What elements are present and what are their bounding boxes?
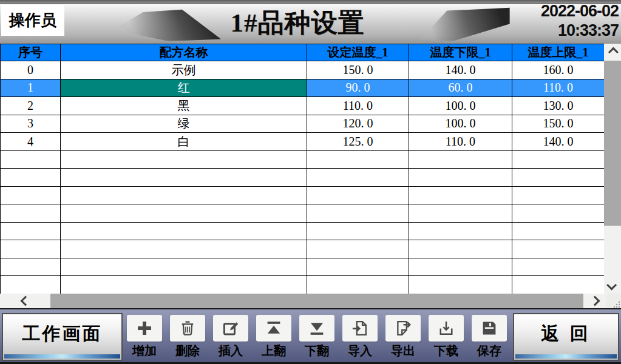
- work-screen-button[interactable]: 工作画面: [2, 313, 123, 361]
- cell-set-temp[interactable]: 90. 0: [307, 79, 409, 97]
- empty-cell[interactable]: [1, 276, 61, 294]
- empty-cell[interactable]: [307, 204, 409, 223]
- table-row[interactable]: 3绿120. 0100. 0150. 0: [1, 115, 605, 133]
- resize-grip-icon[interactable]: [606, 294, 621, 308]
- empty-table-row[interactable]: [1, 169, 605, 187]
- empty-cell[interactable]: [61, 258, 307, 276]
- toolbar-button-save[interactable]: 保存: [472, 315, 507, 358]
- empty-cell[interactable]: [512, 258, 605, 276]
- empty-cell[interactable]: [1, 258, 61, 276]
- empty-cell[interactable]: [1, 204, 61, 223]
- empty-cell[interactable]: [409, 240, 512, 258]
- empty-table-row[interactable]: [1, 186, 605, 204]
- cell-temp-high[interactable]: 160. 0: [512, 61, 605, 79]
- empty-cell[interactable]: [1, 222, 61, 240]
- empty-cell[interactable]: [1, 240, 61, 258]
- empty-cell[interactable]: [409, 222, 512, 240]
- cell-index[interactable]: 3: [1, 115, 61, 133]
- empty-cell[interactable]: [61, 222, 307, 240]
- empty-cell[interactable]: [307, 186, 409, 204]
- cell-index[interactable]: 1: [1, 79, 61, 97]
- empty-cell[interactable]: [409, 204, 512, 223]
- empty-cell[interactable]: [512, 240, 605, 258]
- empty-cell[interactable]: [307, 222, 409, 240]
- scroll-left-button[interactable]: [0, 294, 50, 308]
- empty-cell[interactable]: [61, 204, 307, 223]
- empty-cell[interactable]: [409, 258, 512, 276]
- empty-cell[interactable]: [409, 186, 512, 204]
- cell-temp-low[interactable]: 100. 0: [409, 97, 512, 115]
- horizontal-scroll-thumb[interactable]: [50, 294, 583, 308]
- empty-cell[interactable]: [61, 150, 307, 169]
- horizontal-scrollbar[interactable]: [0, 294, 621, 308]
- table-row[interactable]: 1红90. 060. 0110. 0: [1, 79, 605, 97]
- empty-cell[interactable]: [1, 186, 61, 204]
- toolbar-button-page-down[interactable]: 下翻: [299, 315, 334, 358]
- toolbar-button-export[interactable]: 导出: [385, 315, 421, 358]
- empty-cell[interactable]: [512, 186, 605, 204]
- cell-temp-high[interactable]: 140. 0: [512, 133, 605, 151]
- cell-name[interactable]: 黑: [61, 97, 307, 115]
- cell-name[interactable]: 示例: [61, 61, 307, 79]
- plus-icon: [127, 315, 162, 342]
- toolbar-button-add[interactable]: 增加: [127, 315, 162, 358]
- scroll-right-button[interactable]: [583, 294, 606, 308]
- cell-set-temp[interactable]: 125. 0: [307, 133, 409, 151]
- empty-cell[interactable]: [307, 276, 409, 294]
- toolbar-button-import[interactable]: 导入: [342, 315, 378, 358]
- table-row[interactable]: 4白125. 0110. 0140. 0: [1, 133, 605, 151]
- cell-temp-high[interactable]: 130. 0: [512, 97, 605, 115]
- return-button[interactable]: 返 回: [513, 313, 619, 361]
- cell-temp-high[interactable]: 150. 0: [512, 115, 605, 133]
- empty-cell[interactable]: [512, 150, 605, 169]
- scroll-down-button[interactable]: [604, 277, 621, 294]
- empty-cell[interactable]: [307, 150, 409, 169]
- empty-table-row[interactable]: [1, 258, 605, 276]
- recipe-table-wrap: 序号配方名称设定温度_1温度下限_1温度上限_1 0示例150. 0140. 0…: [0, 44, 605, 294]
- empty-table-row[interactable]: [1, 276, 605, 294]
- empty-cell[interactable]: [61, 186, 307, 204]
- empty-cell[interactable]: [61, 240, 307, 258]
- empty-cell[interactable]: [307, 240, 409, 258]
- empty-table-row[interactable]: [1, 222, 605, 240]
- cell-set-temp[interactable]: 110. 0: [307, 97, 409, 115]
- toolbar-button-insert[interactable]: 插入: [213, 315, 248, 358]
- cell-index[interactable]: 2: [1, 97, 61, 115]
- empty-cell[interactable]: [61, 276, 307, 294]
- cell-set-temp[interactable]: 120. 0: [307, 115, 409, 133]
- empty-cell[interactable]: [512, 169, 605, 187]
- toolbar-button-page-up[interactable]: 上翻: [256, 315, 291, 358]
- empty-table-row[interactable]: [1, 204, 605, 223]
- empty-cell[interactable]: [1, 169, 61, 187]
- cell-temp-low[interactable]: 110. 0: [409, 133, 512, 151]
- empty-cell[interactable]: [1, 150, 61, 169]
- cell-temp-low[interactable]: 100. 0: [409, 115, 512, 133]
- table-row[interactable]: 2黑110. 0100. 0130. 0: [1, 97, 605, 115]
- cell-name[interactable]: 绿: [61, 115, 307, 133]
- empty-cell[interactable]: [409, 169, 512, 187]
- toolbar-button-download[interactable]: 下载: [429, 315, 464, 358]
- empty-cell[interactable]: [512, 204, 605, 223]
- cell-index[interactable]: 0: [1, 61, 61, 79]
- empty-cell[interactable]: [61, 169, 307, 187]
- table-row[interactable]: 0示例150. 0140. 0160. 0: [1, 61, 605, 79]
- scroll-up-button[interactable]: [604, 44, 621, 61]
- empty-cell[interactable]: [409, 276, 512, 294]
- vertical-scrollbar[interactable]: [604, 44, 621, 294]
- empty-cell[interactable]: [409, 150, 512, 169]
- cell-name[interactable]: 红: [61, 79, 307, 97]
- empty-cell[interactable]: [307, 258, 409, 276]
- cell-name[interactable]: 白: [61, 133, 307, 151]
- vertical-scroll-thumb[interactable]: [604, 61, 621, 226]
- cell-temp-low[interactable]: 140. 0: [409, 61, 512, 79]
- cell-index[interactable]: 4: [1, 133, 61, 151]
- cell-set-temp[interactable]: 150. 0: [307, 61, 409, 79]
- cell-temp-low[interactable]: 60. 0: [409, 79, 512, 97]
- empty-table-row[interactable]: [1, 150, 605, 169]
- empty-cell[interactable]: [307, 169, 409, 187]
- empty-cell[interactable]: [512, 222, 605, 240]
- empty-cell[interactable]: [512, 276, 605, 294]
- toolbar-button-delete[interactable]: 删除: [170, 315, 205, 358]
- cell-temp-high[interactable]: 110. 0: [512, 79, 605, 97]
- empty-table-row[interactable]: [1, 240, 605, 258]
